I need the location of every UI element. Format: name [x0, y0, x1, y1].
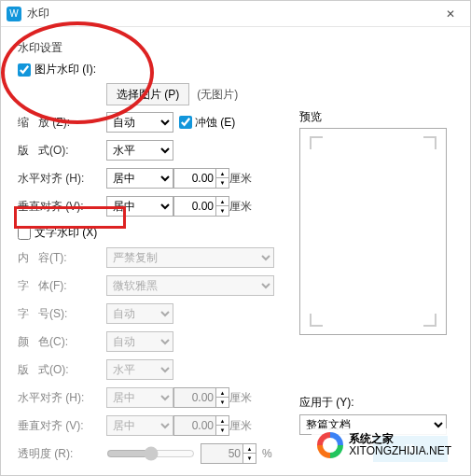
- select-image-button[interactable]: 选择图片 (P): [106, 83, 189, 105]
- no-image-hint: (无图片): [197, 87, 238, 103]
- content-label: 内 容(T):: [18, 250, 106, 266]
- spin-down-icon: ▼: [215, 398, 229, 407]
- scale-label: 缩 放 (Z):: [18, 115, 106, 131]
- scale-select[interactable]: 自动: [106, 112, 173, 133]
- titlebar: W 水印 ✕: [1, 1, 470, 27]
- txt-layout-select[interactable]: 水平: [106, 359, 173, 380]
- corner-icon: [310, 314, 323, 327]
- spin-up-icon[interactable]: ▲: [215, 169, 229, 178]
- spin-up-icon: ▲: [242, 444, 256, 454]
- img-layout-label: 版 式(O):: [18, 143, 106, 159]
- size-label: 字 号(S):: [18, 306, 106, 322]
- opacity-input: [201, 444, 242, 463]
- erode-checkbox[interactable]: [179, 116, 192, 129]
- dialog-content: 水印设置 图片水印 (I): 选择图片 (P) (无图片) 缩 放 (Z): 自…: [1, 27, 470, 476]
- img-halign-label: 水平对齐 (H):: [18, 171, 106, 187]
- image-watermark-row: 图片水印 (I):: [18, 62, 298, 77]
- image-watermark-checkbox[interactable]: [18, 63, 31, 77]
- txt-valign-select[interactable]: 居中: [106, 415, 173, 436]
- content-select[interactable]: 严禁复制: [106, 247, 274, 268]
- spin-down-icon[interactable]: ▼: [215, 206, 229, 216]
- spin-up-icon: ▲: [215, 416, 229, 426]
- img-valign-select[interactable]: 居中: [106, 196, 173, 217]
- txt-halign-spinner: ▲▼: [173, 387, 229, 408]
- img-valign-spinner[interactable]: ▲▼: [173, 196, 229, 217]
- section-title: 水印设置: [18, 40, 453, 56]
- txt-halign-label: 水平对齐 (H):: [18, 390, 106, 406]
- img-halign-input[interactable]: [174, 169, 215, 188]
- logo-icon: [317, 432, 343, 458]
- unit-cm: 厘米: [229, 390, 252, 406]
- spin-down-icon: ▼: [215, 426, 229, 435]
- img-halign-spinner[interactable]: ▲▼: [173, 168, 229, 189]
- logo-text: 系统之家 XITONGZHIJIA.NET: [349, 433, 451, 457]
- img-layout-select[interactable]: 水平: [106, 140, 173, 161]
- size-select[interactable]: 自动: [106, 303, 173, 324]
- img-valign-input[interactable]: [174, 197, 215, 216]
- spin-up-icon: ▲: [215, 388, 229, 398]
- txt-valign-label: 垂直对齐 (V):: [18, 418, 106, 434]
- corner-icon: [423, 314, 436, 327]
- corner-icon: [310, 136, 323, 149]
- corner-icon: [423, 136, 436, 149]
- spin-down-icon: ▼: [242, 454, 256, 463]
- close-icon: ✕: [446, 7, 455, 21]
- txt-valign-spinner: ▲▼: [173, 415, 229, 436]
- watermark-dialog: W 水印 ✕ 水印设置 图片水印 (I): 选择图片 (P) (无图片) 缩 放…: [0, 0, 471, 476]
- img-halign-select[interactable]: 居中: [106, 168, 173, 189]
- spin-down-icon[interactable]: ▼: [215, 178, 229, 188]
- txt-layout-label: 版 式(O):: [18, 362, 106, 378]
- font-label: 字 体(F):: [18, 278, 106, 294]
- spin-up-icon[interactable]: ▲: [215, 197, 229, 206]
- close-button[interactable]: ✕: [436, 5, 464, 23]
- text-watermark-label: 文字水印 (X): [35, 225, 97, 241]
- opacity-label: 透明度 (R):: [18, 446, 106, 462]
- preview-pane: [299, 128, 447, 335]
- text-watermark-row: 文字水印 (X): [18, 225, 298, 241]
- unit-cm: 厘米: [229, 171, 252, 187]
- image-watermark-label: 图片水印 (I):: [35, 62, 96, 77]
- opacity-spinner: ▲▼: [201, 443, 256, 464]
- txt-halign-select[interactable]: 居中: [106, 387, 173, 408]
- opacity-slider[interactable]: [106, 446, 195, 461]
- txt-valign-input: [174, 416, 215, 435]
- percent-unit: %: [262, 447, 272, 460]
- unit-cm: 厘米: [229, 199, 252, 215]
- color-label: 颜 色(C):: [18, 334, 106, 350]
- img-valign-label: 垂直对齐 (V):: [18, 199, 106, 215]
- unit-cm: 厘米: [229, 418, 252, 434]
- applyto-label: 应用于 (Y):: [299, 395, 447, 411]
- text-watermark-checkbox[interactable]: [18, 227, 31, 240]
- dialog-title: 水印: [27, 6, 436, 21]
- erode-label: 冲蚀 (E): [195, 115, 235, 131]
- app-icon: W: [7, 7, 21, 21]
- txt-halign-input: [174, 388, 215, 407]
- preview-label: 预览: [299, 109, 322, 125]
- color-select[interactable]: 自动: [106, 331, 173, 352]
- font-select[interactable]: 微软雅黑: [106, 275, 274, 296]
- site-logo: 系统之家 XITONGZHIJIA.NET: [312, 428, 457, 462]
